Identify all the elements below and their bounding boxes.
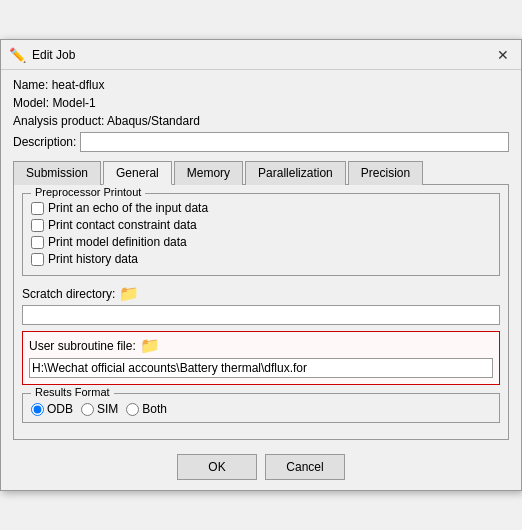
- tab-memory[interactable]: Memory: [174, 161, 243, 185]
- checkbox-model-def: Print model definition data: [31, 235, 491, 249]
- name-row: Name: heat-dflux: [13, 78, 509, 92]
- tab-submission[interactable]: Submission: [13, 161, 101, 185]
- radio-odb: ODB: [31, 402, 73, 416]
- name-label: Name:: [13, 78, 48, 92]
- scratch-input[interactable]: [22, 305, 500, 325]
- desc-label: Description:: [13, 135, 76, 149]
- checkbox-contact: Print contact constraint data: [31, 218, 491, 232]
- description-input[interactable]: [80, 132, 509, 152]
- ok-button[interactable]: OK: [177, 454, 257, 480]
- subroutine-label: User subroutine file:: [29, 339, 136, 353]
- title-bar-left: ✏️ Edit Job: [9, 47, 75, 63]
- description-row: Description:: [13, 132, 509, 152]
- radio-sim: SIM: [81, 402, 118, 416]
- radio-both-input[interactable]: [126, 403, 139, 416]
- model-label: Model:: [13, 96, 49, 110]
- checkbox-model-def-input[interactable]: [31, 236, 44, 249]
- checkbox-contact-input[interactable]: [31, 219, 44, 232]
- dialog-body: Name: heat-dflux Model: Model-1 Analysis…: [1, 70, 521, 448]
- radio-sim-label: SIM: [97, 402, 118, 416]
- radio-odb-label: ODB: [47, 402, 73, 416]
- analysis-label: Analysis product:: [13, 114, 104, 128]
- subroutine-label-row: User subroutine file: 📁: [29, 336, 493, 355]
- dialog-footer: OK Cancel: [1, 448, 521, 490]
- name-value: heat-dflux: [52, 78, 105, 92]
- checkbox-contact-label: Print contact constraint data: [48, 218, 197, 232]
- dialog-icon: ✏️: [9, 47, 26, 63]
- model-value: Model-1: [52, 96, 95, 110]
- results-group: Results Format ODB SIM Both: [22, 393, 500, 423]
- scratch-label: Scratch directory:: [22, 287, 115, 301]
- checkbox-history: Print history data: [31, 252, 491, 266]
- close-button[interactable]: ✕: [493, 45, 513, 65]
- scratch-row: Scratch directory: 📁: [22, 284, 500, 303]
- subroutine-input[interactable]: [29, 358, 493, 378]
- radio-sim-input[interactable]: [81, 403, 94, 416]
- checkbox-echo-input[interactable]: [31, 202, 44, 215]
- scratch-folder-button[interactable]: 📁: [119, 284, 139, 303]
- title-bar: ✏️ Edit Job ✕: [1, 40, 521, 70]
- tabs-bar: Submission General Memory Parallelizatio…: [13, 160, 509, 185]
- tab-precision[interactable]: Precision: [348, 161, 423, 185]
- preprocessor-label: Preprocessor Printout: [31, 186, 145, 198]
- results-radio-row: ODB SIM Both: [31, 402, 491, 416]
- tab-general[interactable]: General: [103, 161, 172, 185]
- radio-odb-input[interactable]: [31, 403, 44, 416]
- checkbox-history-input[interactable]: [31, 253, 44, 266]
- checkbox-echo-label: Print an echo of the input data: [48, 201, 208, 215]
- radio-both-label: Both: [142, 402, 167, 416]
- edit-job-dialog: ✏️ Edit Job ✕ Name: heat-dflux Model: Mo…: [0, 39, 522, 491]
- tab-parallelization[interactable]: Parallelization: [245, 161, 346, 185]
- tab-content-general: Preprocessor Printout Print an echo of t…: [13, 185, 509, 440]
- radio-both: Both: [126, 402, 167, 416]
- analysis-value: Abaqus/Standard: [107, 114, 200, 128]
- checkbox-echo: Print an echo of the input data: [31, 201, 491, 215]
- model-row: Model: Model-1: [13, 96, 509, 110]
- preprocessor-group: Preprocessor Printout Print an echo of t…: [22, 193, 500, 276]
- checkbox-history-label: Print history data: [48, 252, 138, 266]
- checkbox-model-def-label: Print model definition data: [48, 235, 187, 249]
- subroutine-box: User subroutine file: 📁: [22, 331, 500, 385]
- subroutine-folder-button[interactable]: 📁: [140, 336, 160, 355]
- cancel-button[interactable]: Cancel: [265, 454, 345, 480]
- analysis-row: Analysis product: Abaqus/Standard: [13, 114, 509, 128]
- results-label: Results Format: [31, 386, 114, 398]
- dialog-title: Edit Job: [32, 48, 75, 62]
